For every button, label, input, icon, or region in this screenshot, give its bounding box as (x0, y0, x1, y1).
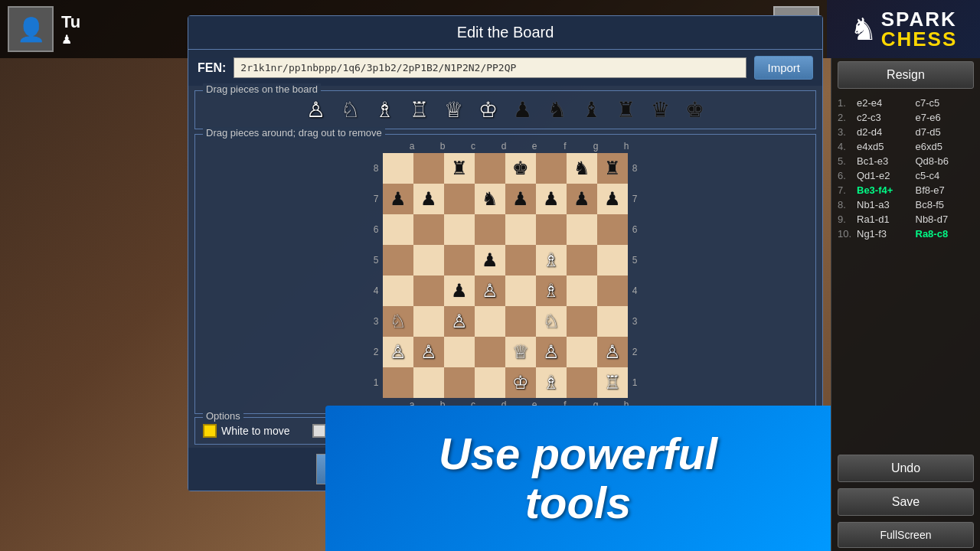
board-square-e8[interactable]: ♚ (505, 153, 536, 184)
board-square-b5[interactable] (413, 245, 444, 276)
piece-br-c8: ♜ (451, 158, 468, 179)
move-number: 2. (838, 112, 857, 123)
board-square-d6[interactable] (475, 214, 505, 245)
board-square-c3[interactable]: ♙ (444, 306, 475, 337)
white-pawn-piece[interactable]: ♙ (306, 97, 325, 122)
white-bishop-piece[interactable]: ♗ (375, 97, 394, 122)
move-number: 7. (838, 184, 857, 196)
board-square-h6[interactable] (597, 214, 628, 245)
board-square-g1[interactable] (567, 367, 597, 398)
board-square-b7[interactable]: ♟ (413, 184, 444, 214)
board-square-d5[interactable]: ♟ (475, 245, 505, 276)
board-square-g3[interactable] (567, 306, 597, 337)
black-bishop-piece[interactable]: ♝ (582, 97, 601, 122)
board-square-f3[interactable]: ♘ (536, 306, 567, 337)
board-square-d4[interactable]: ♙ (475, 276, 505, 306)
board-square-d2[interactable] (475, 337, 505, 367)
board-square-b8[interactable] (413, 153, 444, 184)
board-square-h7[interactable]: ♟ (597, 184, 628, 214)
board-square-c6[interactable] (444, 214, 475, 245)
board-square-d7[interactable]: ♞ (475, 184, 505, 214)
board-square-a8[interactable] (383, 153, 413, 184)
black-rook-piece[interactable]: ♜ (616, 97, 635, 122)
board-square-c4[interactable]: ♟ (444, 276, 475, 306)
moves-list: 1.e2-e4c7-c52.c2-c3e7-e63.d2-d4d7-d54.e4… (831, 92, 980, 452)
board-square-f4[interactable]: ♗ (536, 276, 567, 306)
board-square-e7[interactable]: ♟ (505, 184, 536, 214)
board-square-c5[interactable] (444, 245, 475, 276)
white-to-move-checkbox[interactable] (203, 424, 217, 438)
board-square-a1[interactable] (383, 367, 413, 398)
board-square-f5[interactable]: ♗ (536, 245, 567, 276)
piece-bp-a7: ♟ (390, 188, 407, 210)
resign-button[interactable]: Resign (838, 61, 974, 89)
board-square-e2[interactable]: ♕ (505, 337, 536, 367)
board-square-f8[interactable] (536, 153, 567, 184)
board-square-g6[interactable] (567, 214, 597, 245)
file-label: b (427, 141, 458, 152)
board-square-h3[interactable] (597, 306, 628, 337)
board-square-e3[interactable] (505, 306, 536, 337)
board-square-c2[interactable] (444, 337, 475, 367)
white-knight-piece[interactable]: ♘ (341, 97, 360, 122)
board-square-h4[interactable] (597, 276, 628, 306)
piece-wr-h1: ♖ (604, 372, 621, 393)
board-square-a3[interactable]: ♘ (383, 306, 413, 337)
board-square-e4[interactable] (505, 276, 536, 306)
white-to-move-option: White to move (203, 424, 289, 438)
board-square-b2[interactable]: ♙ (413, 337, 444, 367)
board-square-e6[interactable] (505, 214, 536, 245)
board-square-g5[interactable] (567, 245, 597, 276)
board-square-d3[interactable] (475, 306, 505, 337)
fullscreen-button[interactable]: FullScreen (838, 522, 974, 548)
board-square-e5[interactable] (505, 245, 536, 276)
board-square-a4[interactable] (383, 276, 413, 306)
move-white: Bc1-e3 (857, 155, 916, 167)
black-pawn-piece[interactable]: ♟ (513, 97, 532, 122)
undo-button[interactable]: Undo (838, 455, 974, 482)
board-square-b1[interactable] (413, 367, 444, 398)
board-square-b6[interactable] (413, 214, 444, 245)
board-square-a7[interactable]: ♟ (383, 184, 413, 214)
board-square-f2[interactable]: ♙ (536, 337, 567, 367)
board-square-d1[interactable] (475, 367, 505, 398)
board-square-b4[interactable] (413, 276, 444, 306)
drag-around-label: Drag pieces around; drag out to remove (203, 127, 385, 139)
import-button[interactable]: Import (754, 56, 813, 80)
black-queen-piece[interactable]: ♛ (651, 97, 670, 122)
board-square-f7[interactable]: ♟ (536, 184, 567, 214)
black-king-piece[interactable]: ♚ (685, 97, 704, 122)
file-label: g (580, 141, 611, 152)
board-square-b3[interactable] (413, 306, 444, 337)
board-square-a2[interactable]: ♙ (383, 337, 413, 367)
board-square-c7[interactable] (444, 184, 475, 214)
piece-wb-f1: ♗ (543, 372, 560, 393)
board-square-g4[interactable] (567, 276, 597, 306)
board-square-h2[interactable]: ♙ (597, 337, 628, 367)
white-rook-piece[interactable]: ♖ (410, 97, 429, 122)
board-square-e1[interactable]: ♔ (505, 367, 536, 398)
board-square-c1[interactable] (444, 367, 475, 398)
board-square-d8[interactable] (475, 153, 505, 184)
board-square-h5[interactable] (597, 245, 628, 276)
move-row: 7.Be3-f4+Bf8-e7 (838, 183, 974, 197)
board-square-h8[interactable]: ♜ (597, 153, 628, 184)
sidebar: Resign 1.e2-e4c7-c52.c2-c3e7-e63.d2-d4d7… (831, 58, 980, 551)
board-square-f6[interactable] (536, 214, 567, 245)
board-square-g8[interactable]: ♞ (567, 153, 597, 184)
piece-bn-d7: ♞ (482, 188, 498, 210)
board-square-f1[interactable]: ♗ (536, 367, 567, 398)
white-queen-piece[interactable]: ♕ (444, 97, 463, 122)
black-knight-piece[interactable]: ♞ (547, 97, 567, 122)
black-to-move-checkbox[interactable] (312, 424, 326, 438)
fen-input[interactable] (234, 57, 746, 78)
board-square-a5[interactable] (383, 245, 413, 276)
board-square-c8[interactable]: ♜ (444, 153, 475, 184)
board-square-a6[interactable] (383, 214, 413, 245)
white-king-piece[interactable]: ♔ (479, 97, 498, 122)
save-button[interactable]: Save (838, 488, 974, 516)
board-square-g2[interactable] (567, 337, 597, 367)
player-left-pawn-icon: ♟ (61, 32, 80, 47)
board-square-g7[interactable]: ♟ (567, 184, 597, 214)
board-square-h1[interactable]: ♖ (597, 367, 628, 398)
